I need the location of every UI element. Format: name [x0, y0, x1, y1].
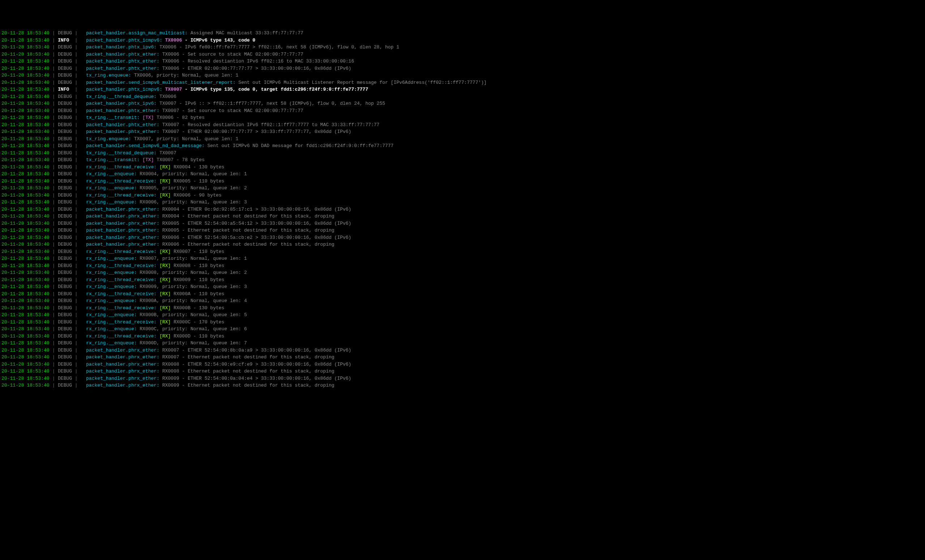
separator: |	[72, 319, 80, 325]
timestamp: 20-11-28 18:53:40	[2, 340, 50, 346]
log-level: DEBUG	[58, 213, 72, 219]
log-message: RX0009 - ETHER 52:54:00:0a:04:e4 > 33:33…	[160, 376, 351, 381]
log-line: 20-11-28 18:53:40 | DEBUG | packet_handl…	[2, 220, 923, 227]
timestamp: 20-11-28 18:53:40	[2, 249, 50, 254]
log-message: TX0006 - 82 bytes	[154, 115, 204, 120]
module-name: packet_handler.phrx_ether:	[86, 348, 160, 353]
separator: |	[50, 30, 58, 36]
separator: |	[72, 122, 80, 128]
module-name: tx_ring.__thread_dequeue:	[86, 150, 157, 156]
timestamp: 20-11-28 18:53:40	[2, 242, 50, 247]
separator: |	[50, 94, 58, 99]
timestamp: 20-11-28 18:53:40	[2, 164, 50, 170]
separator: |	[50, 171, 58, 177]
module-name: rx_ring.__thread_receive:	[86, 249, 157, 254]
log-level: DEBUG	[58, 164, 72, 170]
log-level: DEBUG	[58, 179, 72, 184]
log-line: 20-11-28 18:53:40 | DEBUG | packet_handl…	[2, 241, 923, 248]
timestamp: 20-11-28 18:53:40	[2, 368, 50, 374]
log-line: 20-11-28 18:53:40 | DEBUG | rx_ring.__th…	[2, 192, 923, 199]
timestamp: 20-11-28 18:53:40	[2, 38, 50, 43]
module-name: rx_ring.__thread_receive:	[86, 277, 157, 282]
log-message: - IPv6 :: > ff02::1:ff77:7777, next 58 (…	[176, 101, 385, 106]
log-line: 20-11-28 18:53:40 | DEBUG | rx_ring.__th…	[2, 276, 923, 284]
log-level: DEBUG	[58, 291, 72, 297]
log-level: DEBUG	[58, 368, 72, 374]
log-line: 20-11-28 18:53:40 | DEBUG | packet_handl…	[2, 44, 923, 51]
timestamp: 20-11-28 18:53:40	[2, 354, 50, 360]
rx-tag: [RX]	[157, 164, 171, 170]
timestamp: 20-11-28 18:53:40	[2, 291, 50, 297]
log-message: RX0009 - 110 bytes	[171, 277, 224, 282]
timestamp: 20-11-28 18:53:40	[2, 207, 50, 212]
timestamp: 20-11-28 18:53:40	[2, 66, 50, 71]
log-level: INFO	[58, 38, 72, 43]
timestamp: 20-11-28 18:53:40	[2, 108, 50, 113]
log-message: RX0006 - 90 bytes	[171, 192, 221, 198]
timestamp: 20-11-28 18:53:40	[2, 228, 50, 233]
rx-tag: [RX]	[157, 179, 171, 184]
module-name: rx_ring.__thread_receive:	[86, 179, 157, 184]
separator: |	[72, 348, 80, 353]
module-name: packet_handler.phtx_ipv6:	[86, 44, 157, 50]
log-level: DEBUG	[58, 115, 72, 120]
separator: |	[72, 129, 80, 134]
log-message: RX0004 - 130 bytes	[171, 164, 224, 170]
log-line: 20-11-28 18:53:40 | DEBUG | rx_ring.__th…	[2, 333, 923, 340]
tx-id: TX0006	[163, 38, 182, 43]
separator: |	[72, 73, 80, 78]
timestamp: 20-11-28 18:53:40	[2, 270, 50, 275]
timestamp: 20-11-28 18:53:40	[2, 150, 50, 156]
tx-id: TX0007	[163, 87, 182, 92]
log-level: DEBUG	[58, 340, 72, 346]
module-name: packet_handler.phtx_ether:	[86, 66, 160, 71]
separator: |	[72, 164, 80, 170]
log-message: RX0008, priority: Normal, queue len: 2	[137, 270, 247, 275]
log-level: DEBUG	[58, 242, 72, 247]
module-name: packet_handler.phtx_ether:	[86, 108, 160, 113]
log-line: 20-11-28 18:53:40 | DEBUG | packet_handl…	[2, 347, 923, 354]
log-message: RX0009, priority: Normal, queue len: 3	[137, 284, 247, 290]
module-name: packet_handler.phrx_ether:	[86, 228, 160, 233]
module-name: packet_handler.phrx_ether:	[86, 362, 160, 367]
log-line: 20-11-28 18:53:40 | DEBUG | rx_ring.__th…	[2, 248, 923, 255]
timestamp: 20-11-28 18:53:40	[2, 115, 50, 120]
module-name: packet_handler.send_icmpv6_multicast_lis…	[86, 80, 235, 85]
log-message: TX0007 - 78 bytes	[154, 157, 204, 162]
log-level: DEBUG	[58, 108, 72, 113]
log-level: DEBUG	[58, 376, 72, 381]
module-name: rx_ring.__enqueue:	[86, 171, 137, 177]
module-name: packet_handler.phrx_ether:	[86, 383, 160, 388]
log-level: DEBUG	[58, 277, 72, 282]
module-name: packet_handler.phrx_ether:	[86, 376, 160, 381]
module-name: rx_ring.__thread_receive:	[86, 305, 157, 311]
separator: |	[72, 200, 80, 205]
log-message: RX0006 - ETHER 52:54:00:5a:cb:e2 > 33:33…	[160, 235, 351, 240]
separator: |	[50, 221, 58, 226]
rx-tag: [RX]	[157, 291, 171, 297]
separator: |	[50, 80, 58, 85]
log-level: DEBUG	[58, 270, 72, 275]
separator: |	[50, 122, 58, 128]
module-name: rx_ring.__enqueue:	[86, 340, 137, 346]
timestamp: 20-11-28 18:53:40	[2, 348, 50, 353]
log-message: - ICMPv6 type 143, code 0	[182, 38, 255, 43]
module-name: packet_handler.phtx_icmpv6:	[86, 38, 163, 43]
tx-id: TX0007	[131, 136, 151, 142]
log-line: 20-11-28 18:53:40 | DEBUG | rx_ring.__en…	[2, 185, 923, 192]
log-message: - Set source to stack MAC 02:00:00:77:77…	[179, 52, 303, 57]
separator: |	[72, 171, 80, 177]
timestamp: 20-11-28 18:53:40	[2, 101, 50, 106]
log-line: 20-11-28 18:53:40 | DEBUG | packet_handl…	[2, 100, 923, 107]
log-line: 20-11-28 18:53:40 | DEBUG | packet_handl…	[2, 354, 923, 361]
log-message: RX000B, priority: Normal, queue len: 5	[137, 312, 247, 318]
separator: |	[72, 179, 80, 184]
module-name: rx_ring.__thread_receive:	[86, 164, 157, 170]
separator: |	[72, 298, 80, 303]
separator: |	[72, 228, 80, 233]
log-level: DEBUG	[58, 249, 72, 254]
log-message: RX0007 - 110 bytes	[171, 249, 224, 254]
log-line: 20-11-28 18:53:40 | DEBUG | packet_handl…	[2, 368, 923, 375]
log-level: DEBUG	[58, 192, 72, 198]
log-line: 20-11-28 18:53:40 | DEBUG | tx_ring.__th…	[2, 150, 923, 157]
